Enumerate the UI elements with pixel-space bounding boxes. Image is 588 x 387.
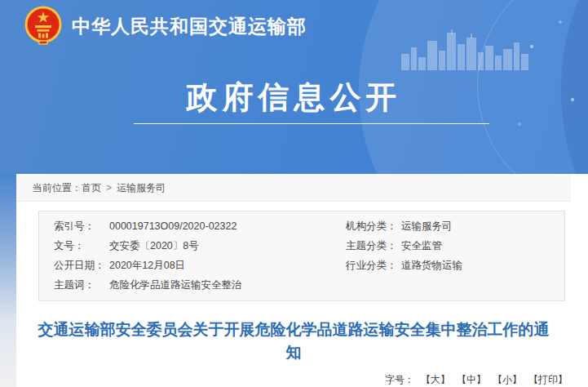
field-label: 主题词： <box>39 275 109 295</box>
title-underline <box>134 123 489 124</box>
decor-dot <box>518 122 521 126</box>
print-button[interactable]: 【打印】 <box>528 374 568 385</box>
content-area: 当前位置：首页>运输服务司 索引号： 000019713O09/2020-023… <box>16 174 571 387</box>
left-gradient-strip <box>0 174 16 387</box>
field-value <box>401 275 564 295</box>
field-label: 公开日期： <box>39 256 109 275</box>
field-value: 000019713O09/2020-02322 <box>109 216 331 236</box>
breadcrumb-separator: > <box>106 182 112 194</box>
city-skyline-icon <box>401 29 532 70</box>
field-label: 主题分类： <box>331 236 401 256</box>
field-index-number: 索引号： 000019713O09/2020-02322 <box>39 216 331 236</box>
national-emblem-icon <box>24 5 62 46</box>
breadcrumb-label: 当前位置： <box>33 182 82 194</box>
document-metadata-table: 索引号： 000019713O09/2020-02322 机构分类： 运输服务司… <box>38 211 565 301</box>
decor-dot <box>559 20 562 24</box>
font-size-large-button[interactable]: 【大】 <box>421 374 450 385</box>
breadcrumb-home-link[interactable]: 首页 <box>82 182 101 194</box>
field-value: 2020年12月08日 <box>109 256 331 275</box>
field-label <box>331 275 401 295</box>
field-value: 道路货物运输 <box>401 256 564 275</box>
table-row: 索引号： 000019713O09/2020-02322 机构分类： 运输服务司 <box>39 216 564 236</box>
field-agency-category: 机构分类： 运输服务司 <box>331 216 564 236</box>
field-label: 索引号： <box>39 216 109 236</box>
field-subject-category: 主题分类： 安全监管 <box>331 236 564 256</box>
table-row: 公开日期： 2020年12月08日 行业分类： 道路货物运输 <box>39 256 564 275</box>
site-header-banner: 中华人民共和国交通运输部 政府信息公开 <box>0 0 588 174</box>
field-value: 交安委〔2020〕8号 <box>109 236 331 256</box>
page-title: 政府信息公开 <box>0 77 588 118</box>
field-label: 机构分类： <box>331 216 401 236</box>
breadcrumb: 当前位置：首页>运输服务司 <box>16 174 571 202</box>
font-size-medium-button[interactable]: 【中】 <box>457 374 486 385</box>
font-size-toolbar: 字号：【大】【中】【小】【打印】 <box>16 373 571 387</box>
field-value: 安全监管 <box>401 236 564 256</box>
font-size-small-button[interactable]: 【小】 <box>493 374 522 385</box>
field-label: 行业分类： <box>331 256 401 275</box>
field-publish-date: 公开日期： 2020年12月08日 <box>39 256 331 275</box>
font-size-label: 字号： <box>385 374 414 385</box>
field-document-number: 文号： 交安委〔2020〕8号 <box>39 236 331 256</box>
site-title: 中华人民共和国交通运输部 <box>72 14 307 39</box>
field-empty <box>331 275 564 295</box>
document-title: 交通运输部安全委员会关于开展危险化学品道路运输安全集中整治工作的通知 <box>16 318 571 363</box>
field-keywords: 主题词： 危险化学品道路运输安全整治 <box>39 275 331 295</box>
table-row: 文号： 交安委〔2020〕8号 主题分类： 安全监管 <box>39 236 564 256</box>
table-row: 主题词： 危险化学品道路运输安全整治 <box>39 275 564 295</box>
field-label: 文号： <box>39 236 109 256</box>
field-industry-category: 行业分类： 道路货物运输 <box>331 256 564 275</box>
breadcrumb-section-link[interactable]: 运输服务司 <box>117 182 166 194</box>
field-value: 危险化学品道路运输安全整治 <box>109 275 331 295</box>
page: 中华人民共和国交通运输部 政府信息公开 当前位置：首页>运输服务司 索引号： 0… <box>0 0 588 387</box>
field-value: 运输服务司 <box>401 216 564 236</box>
